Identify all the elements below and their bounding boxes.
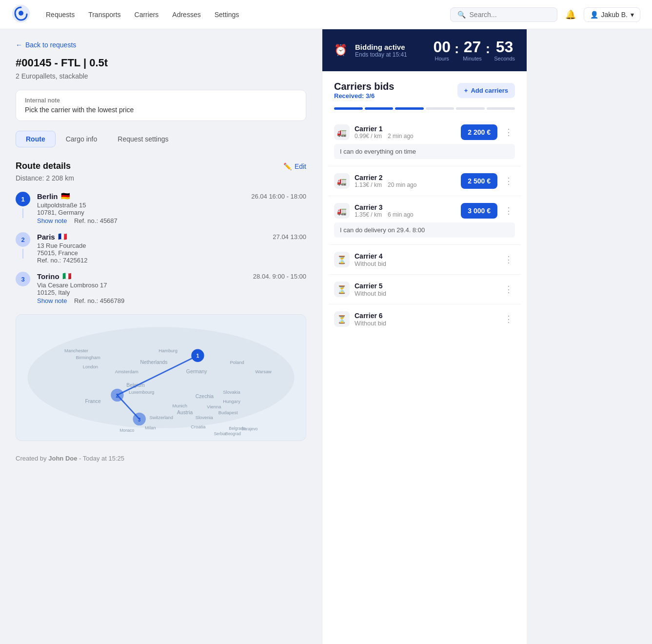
tab-request-settings[interactable]: Request settings [107, 131, 178, 147]
svg-text:Budapest: Budapest [218, 410, 238, 415]
stop-item-1: 1 Berlin 🇩🇪 26.04 16:00 - 18:00 Luitpold… [16, 192, 306, 232]
bids-received-label: Received: [334, 92, 364, 100]
bids-header: Carriers bids Received: 3/6 + Add carrie… [322, 71, 527, 103]
carrier-info-3: Carrier 3 1.35€ / km 6 min ago [355, 203, 456, 218]
show-note-link-3[interactable]: Show note [37, 297, 67, 304]
carrier-rate-1: 0.99€ / km [355, 133, 382, 140]
tab-route[interactable]: Route [16, 131, 56, 147]
svg-text:Switzerland: Switzerland [149, 415, 173, 420]
edit-button[interactable]: ✏️ Edit [283, 162, 306, 170]
stop-city-1: Berlin 🇩🇪 [37, 192, 70, 201]
tab-cargo-info[interactable]: Cargo info [56, 131, 108, 147]
notification-button[interactable]: 🔔 [565, 9, 576, 20]
search-icon: 🔍 [457, 11, 466, 19]
add-carriers-button[interactable]: + Add carriers [457, 83, 515, 98]
timer-seconds-block: 53 Seconds [494, 39, 515, 61]
footer-author: John Doe [48, 455, 77, 462]
distance-text: Distance: 2 208 km [16, 174, 306, 182]
timer-hours-block: 00 Hours [433, 39, 451, 61]
search-bar[interactable]: 🔍 [450, 7, 557, 22]
stop-ref-1: Show note Ref. no.: 45687 [37, 216, 306, 224]
stop-flag-3: 🇮🇹 [62, 272, 72, 281]
nav-adresses[interactable]: Adresses [172, 11, 200, 19]
bid-badge-1[interactable]: 2 200 € [461, 124, 497, 140]
svg-text:Munich: Munich [173, 403, 187, 408]
search-input[interactable] [470, 11, 550, 19]
carrier-card-6: ⏳ Carrier 6 Without bid ⋮ [328, 304, 521, 334]
timer-hours-unit: Hours [433, 56, 451, 61]
progress-bar-5 [456, 107, 485, 110]
timer-clock-icon: ⏰ [334, 44, 347, 57]
more-button-4[interactable]: ⋮ [502, 252, 515, 267]
svg-text:Hamburg: Hamburg [158, 348, 178, 353]
stop-address-2b: 75015, France [37, 249, 306, 257]
more-button-2[interactable]: ⋮ [502, 174, 515, 188]
footer-prefix: Created by [16, 455, 47, 462]
carrier-card-3: 🚛 Carrier 3 1.35€ / km 6 min ago 3 000 €… [328, 196, 521, 245]
user-label: Jakub B. [601, 11, 628, 19]
page-subtitle: 2 Europallets, stackable [16, 72, 306, 80]
bid-badge-3[interactable]: 3 000 € [461, 203, 497, 219]
nav-transports[interactable]: Transports [88, 11, 120, 19]
carrier-time-3: 6 min ago [388, 211, 414, 218]
carrier-time-2: 20 min ago [388, 181, 416, 188]
carrier-icon-3: 🚛 [334, 203, 350, 219]
svg-point-3 [28, 327, 295, 428]
stop-header-2: Paris 🇫🇷 27.04 13:00 [37, 232, 306, 241]
add-carriers-label: Add carriers [471, 87, 508, 94]
carrier-card-4: ⏳ Carrier 4 Without bid ⋮ [328, 245, 521, 275]
more-button-5[interactable]: ⋮ [502, 282, 515, 297]
more-button-3[interactable]: ⋮ [502, 203, 515, 218]
stop-address-3b: 10125, Italy [37, 289, 306, 296]
timer-sub-label: Ends today at 15:41 [355, 51, 407, 58]
svg-text:France: France [85, 399, 100, 404]
nav-carriers[interactable]: Carriers [135, 11, 159, 19]
stop-dot-3: 3 [16, 272, 30, 286]
carrier-row-1: 🚛 Carrier 1 0.99€ / km 2 min ago 2 200 €… [334, 124, 515, 140]
left-panel: ← Back to requests #00145 - FTL | 0.5t 2… [0, 29, 322, 644]
user-menu-button[interactable]: 👤 Jakub B. ▾ [584, 7, 640, 22]
progress-bar-2 [365, 107, 394, 110]
carrier-icon-6: ⏳ [334, 311, 350, 327]
more-button-1[interactable]: ⋮ [502, 125, 515, 140]
svg-text:1: 1 [197, 353, 199, 359]
timer-minutes: 27 [463, 39, 482, 55]
nav-settings[interactable]: Settings [215, 11, 239, 19]
bid-badge-2[interactable]: 2 500 € [461, 173, 497, 189]
nav-requests[interactable]: Requests [46, 11, 75, 19]
tabs: Route Cargo info Request settings [16, 131, 306, 147]
stop-ref-2: Ref. no.: 7425612 [37, 257, 306, 264]
back-arrow-icon: ← [16, 41, 22, 49]
stop-time-1: 26.04 16:00 - 18:00 [251, 193, 306, 200]
stop-city-3: Torino 🇮🇹 [37, 272, 72, 281]
carrier-meta-3: 1.35€ / km 6 min ago [355, 211, 456, 218]
svg-text:Manchester: Manchester [64, 348, 88, 353]
stop-ref-value-1: 45687 [100, 217, 118, 224]
timer-seconds: 53 [494, 39, 515, 55]
stop-dot-2: 2 [16, 232, 30, 247]
more-button-6[interactable]: ⋮ [502, 312, 515, 326]
carrier-icon-1: 🚛 [334, 124, 350, 140]
progress-bar-1 [334, 107, 363, 110]
timer-labels: Bidding active Ends today at 15:41 [355, 43, 407, 58]
progress-bar-6 [487, 107, 515, 110]
carrier-card-5: ⏳ Carrier 5 Without bid ⋮ [328, 275, 521, 304]
distance-label: Distance: [16, 174, 44, 182]
svg-text:Austria: Austria [177, 410, 193, 415]
stop-dot-1: 1 [16, 192, 30, 206]
svg-text:Netherlands: Netherlands [140, 360, 168, 365]
svg-text:Milan: Milan [145, 425, 156, 430]
svg-text:Monaco: Monaco [119, 428, 134, 433]
svg-point-1 [19, 11, 23, 16]
carrier-icon-4: ⏳ [334, 252, 350, 267]
navbar-right: 🔍 🔔 👤 Jakub B. ▾ [450, 7, 640, 22]
back-link[interactable]: ← Back to requests [16, 41, 306, 49]
show-note-link-1[interactable]: Show note [37, 217, 67, 224]
stop-flag-2: 🇫🇷 [58, 232, 67, 241]
no-bid-6: Without bid [355, 320, 497, 327]
stop-ref-value-3: 4566789 [100, 297, 125, 304]
edit-label: Edit [295, 162, 306, 170]
carrier-icon-2: 🚛 [334, 173, 350, 189]
bids-received-value: 3/6 [366, 92, 375, 100]
svg-text:Poland: Poland [230, 360, 244, 365]
